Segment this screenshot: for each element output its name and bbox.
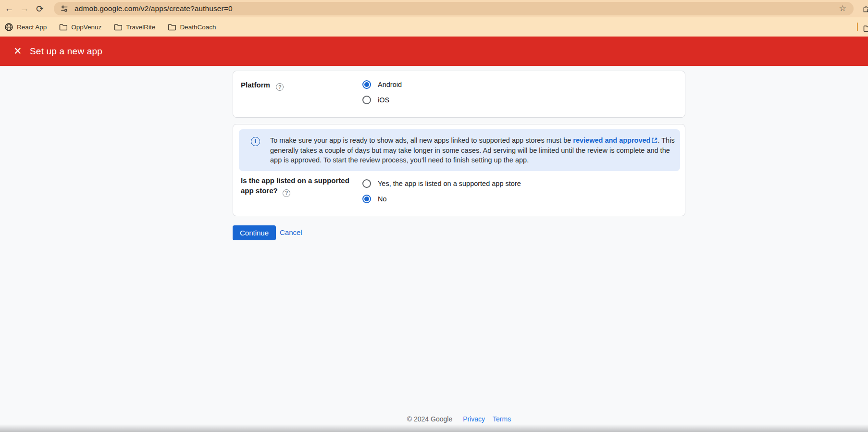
copyright-text: © 2024 Google xyxy=(407,415,452,423)
dialog-header: × Set up a new app xyxy=(0,37,868,66)
back-icon[interactable]: ← xyxy=(3,2,15,15)
store-question-help-icon[interactable]: ? xyxy=(283,189,290,197)
notice-text-before: To make sure your app is ready to show a… xyxy=(270,136,573,144)
review-notice-banner: i To make sure your app is ready to show… xyxy=(239,129,680,171)
site-settings-icon[interactable] xyxy=(60,4,69,13)
radio-android-label[interactable]: Android xyxy=(378,81,402,88)
page-title: Set up a new app xyxy=(30,46,102,57)
reviewed-approved-link[interactable]: reviewed and approved xyxy=(573,136,650,144)
store-card: i To make sure your app is ready to show… xyxy=(233,124,685,216)
bookmark-label: OppVenuz xyxy=(71,24,101,31)
folder-icon xyxy=(168,23,176,31)
url-text[interactable]: admob.google.com/v2/apps/create?authuser… xyxy=(74,4,233,13)
terms-link[interactable]: Terms xyxy=(493,415,511,423)
bookmarks-divider xyxy=(857,23,858,31)
bookmark-star-icon[interactable]: ☆ xyxy=(838,4,847,13)
bookmark-label: React App xyxy=(17,24,47,31)
store-question-label-line1: Is the app listed on a supported xyxy=(241,176,349,185)
platform-help-icon[interactable]: ? xyxy=(276,83,284,91)
bottom-shadow xyxy=(0,424,868,432)
folder-icon xyxy=(59,23,67,31)
platform-label: Platform xyxy=(241,81,270,89)
external-link-icon xyxy=(652,137,657,143)
bookmark-react-app[interactable]: React App xyxy=(5,23,47,31)
page-footer: © 2024 GooglePrivacyTerms xyxy=(233,415,685,423)
radio-ios[interactable] xyxy=(362,96,371,104)
globe-icon xyxy=(5,23,13,31)
bookmark-folder-deathcoach[interactable]: DeathCoach xyxy=(168,23,216,31)
bookmark-label: TravelRite xyxy=(126,24,155,31)
url-bar[interactable]: admob.google.com/v2/apps/create?authuser… xyxy=(54,2,854,15)
privacy-link[interactable]: Privacy xyxy=(463,415,485,423)
bookmark-folder-travelrite[interactable]: TravelRite xyxy=(114,23,155,31)
cancel-button[interactable]: Cancel xyxy=(280,228,302,236)
platform-card: Platform ? Android iOS xyxy=(233,71,685,118)
forward-icon[interactable]: → xyxy=(18,2,31,15)
radio-ios-label[interactable]: iOS xyxy=(378,96,389,104)
bookmarks-bar: React App OppVenuz TravelRite DeathCoach xyxy=(0,17,868,37)
reload-icon[interactable]: ⟳ xyxy=(34,2,46,15)
browser-toolbar: ← → ⟳ admob.google.com/v2/apps/create?au… xyxy=(0,0,868,17)
bookmark-label: DeathCoach xyxy=(180,24,216,31)
bookmark-folder-oppvenuz[interactable]: OppVenuz xyxy=(59,23,101,31)
main-content: Platform ? Android iOS i To make sure yo… xyxy=(0,66,868,432)
extensions-puzzle-icon[interactable] xyxy=(862,3,868,13)
info-icon: i xyxy=(251,137,260,146)
radio-android[interactable] xyxy=(362,80,371,89)
folder-icon-cutoff[interactable] xyxy=(863,25,868,33)
radio-store-yes[interactable] xyxy=(362,179,371,188)
folder-icon xyxy=(114,23,122,31)
radio-store-no[interactable] xyxy=(362,195,371,203)
continue-button[interactable]: Continue xyxy=(233,225,276,240)
radio-store-no-label[interactable]: No xyxy=(378,195,387,203)
close-icon[interactable]: × xyxy=(11,44,25,59)
store-question-label-line2: app store? xyxy=(241,186,278,195)
radio-store-yes-label[interactable]: Yes, the app is listed on a supported ap… xyxy=(378,180,521,187)
review-notice-text: To make sure your app is ready to show a… xyxy=(270,136,680,165)
